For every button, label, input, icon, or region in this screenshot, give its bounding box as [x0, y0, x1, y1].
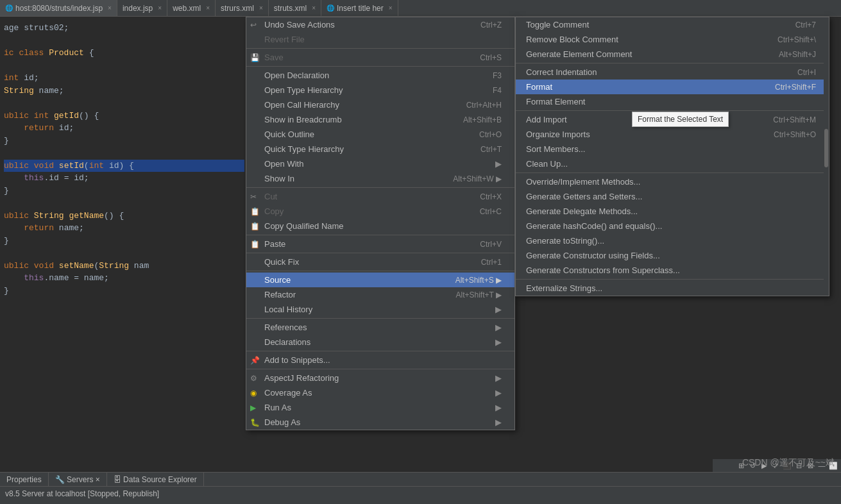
submenu-shortcut: Alt+Shift+J	[779, 50, 816, 59]
menu-copy[interactable]: 📋 Copy Ctrl+C	[246, 204, 514, 219]
menu-coverage-as[interactable]: ◉ Coverage As ▶	[246, 385, 514, 400]
submenu-generate-tostring[interactable]: Generate toString()...	[516, 233, 829, 248]
aspectj-icon: ⚙	[250, 374, 257, 383]
submenu-generate-delegate[interactable]: Generate Delegate Methods...	[516, 204, 829, 219]
tab-web-xml[interactable]: web.xml ×	[167, 0, 216, 16]
menu-show-breadcrumb[interactable]: Show in Breadcrumb Alt+Shift+B	[246, 112, 514, 127]
tab-insert-title[interactable]: 🌐 Insert title her ×	[321, 0, 398, 16]
source-submenu: Toggle Comment Ctrl+7 Remove Block Comme…	[515, 17, 829, 296]
menu-run-as[interactable]: ▶ Run As ▶	[246, 400, 514, 415]
menu-open-type-hierarchy[interactable]: Open Type Hierarchy F4	[246, 83, 514, 97]
submenu-externalize-strings[interactable]: Externalize Strings...	[516, 281, 829, 296]
tooltip-text: Format the Selected Text	[638, 115, 723, 124]
scrollbar-thumb[interactable]	[824, 129, 828, 167]
menu-open-with[interactable]: Open With ▶	[246, 156, 514, 171]
tab-close[interactable]: ×	[206, 4, 210, 12]
code-line-19	[4, 247, 244, 260]
submenu-organize-imports[interactable]: Organize Imports Ctrl+Shift+O	[516, 127, 829, 142]
submenu-remove-block-comment[interactable]: Remove Block Comment Ctrl+Shift+\	[516, 32, 829, 47]
menu-shortcut: Alt+Shift+B	[463, 115, 502, 124]
submenu-generate-constructor-superclass[interactable]: Generate Constructors from Superclass...	[516, 263, 829, 278]
menu-shortcut: Ctrl+C	[480, 207, 502, 216]
tab-close[interactable]: ×	[312, 4, 316, 12]
menu-item-label: Copy	[264, 206, 284, 216]
submenu-arrow: ▶	[495, 159, 502, 169]
bottom-tab-datasource[interactable]: 🗄 Data Source Explorer	[107, 473, 204, 486]
submenu-override-implement[interactable]: Override/Implement Methods...	[516, 174, 829, 189]
code-line-9: return id;	[4, 122, 244, 135]
submenu-format-element[interactable]: Format Element	[516, 94, 829, 109]
menu-item-label: Declarations	[264, 337, 310, 347]
menu-quick-outline[interactable]: Quick Outline Ctrl+O	[246, 127, 514, 142]
cut-icon: ✂	[250, 192, 257, 201]
menu-refactor[interactable]: Refactor Alt+Shift+T ▶	[246, 287, 514, 302]
menu-local-history[interactable]: Local History ▶	[246, 302, 514, 317]
submenu-shortcut: Ctrl+Shift+M	[773, 115, 816, 124]
submenu-generate-element-comment[interactable]: Generate Element Comment Alt+Shift+J	[516, 47, 829, 62]
tab-label: struts.xml	[274, 4, 307, 13]
submenu-generate-getters-setters[interactable]: Generate Getters and Setters...	[516, 189, 829, 204]
menu-add-snippets[interactable]: 📌 Add to Snippets...	[246, 353, 514, 367]
bottom-tab-label: Properties	[6, 475, 42, 484]
submenu-shortcut: Ctrl+7	[795, 21, 816, 29]
bottom-tab-properties[interactable]: Properties	[0, 473, 49, 486]
menu-item-label: Quick Fix	[264, 257, 299, 267]
menu-show-in[interactable]: Show In Alt+Shift+W ▶	[246, 171, 514, 186]
code-line-1: age struts02;	[4, 22, 244, 35]
menu-references[interactable]: References ▶	[246, 320, 514, 335]
submenu-label: Clean Up...	[526, 159, 568, 169]
submenu-arrow: ▶	[495, 305, 502, 314]
menu-source[interactable]: Source Alt+Shift+S ▶	[246, 273, 514, 287]
menu-shortcut: Ctrl+O	[479, 130, 502, 139]
tab-bar: 🌐 host:8080/struts/index.jsp × index.jsp…	[0, 0, 841, 17]
menu-shortcut: Ctrl+T	[480, 145, 502, 154]
tab-strurs-xml[interactable]: strurs.xml ×	[216, 0, 269, 16]
menu-copy-qualified-name[interactable]: 📋 Copy Qualified Name	[246, 219, 514, 233]
tab-label: strurs.xml	[221, 4, 254, 13]
tab-struts-xml[interactable]: struts.xml ×	[269, 0, 321, 16]
tab-label: web.xml	[173, 4, 201, 13]
menu-declarations[interactable]: Declarations ▶	[246, 335, 514, 349]
bottom-tab-servers[interactable]: 🔧 Servers ×	[49, 473, 107, 486]
tab-close[interactable]: ×	[389, 4, 393, 12]
menu-shortcut: Alt+Shift+S ▶	[455, 276, 502, 285]
tab-close[interactable]: ×	[259, 4, 263, 12]
submenu-label: Remove Block Comment	[526, 35, 618, 44]
menu-cut[interactable]: ✂ Cut Ctrl+X	[246, 189, 514, 204]
menu-item-label: Undo Save Actions	[264, 20, 335, 29]
menu-shortcut: Ctrl+S	[480, 53, 502, 62]
separator-3	[246, 187, 514, 188]
menu-item-label: Revert File	[264, 35, 305, 44]
menu-undo-save-actions[interactable]: ↩ Undo Save Actions Ctrl+Z	[246, 17, 514, 32]
submenu-sort-members[interactable]: Sort Members...	[516, 142, 829, 156]
submenu-label: Generate Element Comment	[526, 49, 632, 59]
submenu-toggle-comment[interactable]: Toggle Comment Ctrl+7	[516, 17, 829, 32]
menu-quick-fix[interactable]: Quick Fix Ctrl+1	[246, 255, 514, 269]
tab-index-jsp[interactable]: index.jsp ×	[117, 0, 167, 16]
submenu-generate-hashcode[interactable]: Generate hashCode() and equals()...	[516, 219, 829, 233]
menu-aspectj[interactable]: ⚙ AspectJ Refactoring ▶	[246, 371, 514, 385]
menu-quick-type-hierarchy[interactable]: Quick Type Hierarchy Ctrl+T	[246, 142, 514, 156]
tab-close[interactable]: ×	[158, 4, 162, 12]
menu-shortcut: Ctrl+X	[480, 192, 502, 201]
submenu-format[interactable]: Format Ctrl+Shift+F	[516, 80, 829, 94]
submenu-scrollbar[interactable]	[824, 17, 829, 296]
menu-item-label: Copy Qualified Name	[264, 221, 344, 231]
submenu-label: Add Import	[526, 115, 567, 124]
menu-open-call-hierarchy[interactable]: Open Call Hierarchy Ctrl+Alt+H	[246, 97, 514, 112]
tab-browser[interactable]: 🌐 host:8080/struts/index.jsp ×	[0, 0, 117, 16]
menu-item-label: Run As	[264, 403, 291, 412]
menu-paste[interactable]: 📋 Paste Ctrl+V	[246, 237, 514, 251]
menu-save[interactable]: 💾 Save Ctrl+S	[246, 50, 514, 65]
submenu-correct-indentation[interactable]: Correct Indentation Ctrl+I	[516, 65, 829, 80]
submenu-generate-constructor-fields[interactable]: Generate Constructor using Fields...	[516, 248, 829, 263]
save-icon: 💾	[250, 53, 260, 62]
tab-label: Insert title her	[337, 4, 384, 13]
code-editor[interactable]: age struts02; ic class Product { int id;…	[0, 17, 248, 472]
menu-revert-file[interactable]: Revert File	[246, 32, 514, 47]
menu-open-declaration[interactable]: Open Declaration F3	[246, 68, 514, 83]
submenu-sep-4	[516, 279, 829, 280]
menu-debug-as[interactable]: 🐛 Debug As ▶	[246, 415, 514, 430]
tab-close[interactable]: ×	[108, 4, 112, 12]
submenu-clean-up[interactable]: Clean Up...	[516, 156, 829, 171]
